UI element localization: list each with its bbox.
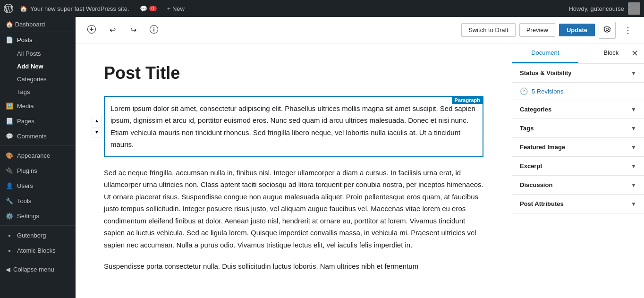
editor-toolbar: ↩ ↪ Switch to Draft Preview Update — [76, 17, 644, 43]
sidebar-item-settings[interactable]: ⚙️ Settings — [0, 208, 76, 223]
section-categories-header[interactable]: Categories ▼ — [512, 100, 644, 119]
tab-document[interactable]: Document — [512, 43, 578, 63]
block-arrows: ▲ ▼ — [92, 116, 102, 137]
editor-wrapper: ↩ ↪ Switch to Draft Preview Update — [76, 17, 644, 298]
editor-content[interactable]: Post Title Paragraph ▲ ▼ Lorem ipsum dol… — [76, 43, 512, 298]
avatar — [628, 2, 640, 15]
paragraph-badge: Paragraph — [452, 96, 483, 104]
site-name[interactable]: 🏠 Your new super fast WordPress site. — [16, 5, 133, 12]
sidebar: 🏠 Dashboard 📄 Posts All Posts Add New Ca… — [0, 17, 76, 298]
document-panel: Document Block ✕ Status & Visibility ▼ 🕐… — [512, 43, 644, 298]
sidebar-item-categories[interactable]: Categories — [0, 73, 76, 85]
sidebar-item-tags[interactable]: Tags — [0, 85, 76, 98]
section-discussion-header[interactable]: Discussion ▼ — [512, 176, 644, 194]
comments-icon: 💬 — [6, 132, 13, 140]
undo-button[interactable]: ↩ — [104, 22, 121, 39]
settings-icon: ⚙️ — [6, 212, 13, 220]
revisions-link[interactable]: 🕐 5 Revisions — [512, 83, 644, 100]
close-panel-button[interactable]: ✕ — [629, 47, 640, 60]
chevron-down-icon-4: ▼ — [631, 144, 636, 151]
settings-gear-icon — [603, 25, 611, 35]
move-up-arrow[interactable]: ▲ — [92, 116, 102, 126]
chevron-down-icon-3: ▼ — [631, 125, 636, 132]
info-icon — [150, 25, 158, 35]
sidebar-item-plugins[interactable]: 🔌 Plugins — [0, 163, 76, 178]
collapse-menu[interactable]: ◀ Collapse menu — [0, 262, 76, 277]
section-excerpt-header[interactable]: Excerpt ▼ — [512, 157, 644, 175]
wp-logo[interactable] — [4, 4, 13, 13]
sidebar-item-users[interactable]: 👤 Users — [0, 178, 76, 193]
posts-icon: 📄 — [6, 36, 13, 43]
add-block-button[interactable] — [83, 22, 100, 39]
block-text[interactable]: Lorem ipsum dolor sit amet, consectetur … — [110, 102, 477, 151]
sidebar-item-dashboard[interactable]: 🏠 Dashboard — [0, 17, 76, 32]
panel-tabs: Document Block ✕ — [512, 43, 644, 64]
collapse-icon: ◀ — [6, 266, 10, 273]
section-post-attributes: Post Attributes ▼ — [512, 195, 644, 213]
move-down-arrow[interactable]: ▼ — [92, 127, 102, 137]
chevron-down-icon-5: ▼ — [631, 163, 636, 170]
more-icon: ⋮ — [624, 25, 632, 35]
post-title[interactable]: Post Title — [104, 62, 483, 85]
sidebar-item-atomic-blocks[interactable]: ● Atomic Blocks — [0, 243, 76, 258]
main-layout: 🏠 Dashboard 📄 Posts All Posts Add New Ca… — [0, 17, 644, 298]
admin-bar: 🏠 Your new super fast WordPress site. 💬 … — [0, 0, 644, 17]
redo-icon: ↪ — [130, 26, 136, 34]
section-post-attributes-header[interactable]: Post Attributes ▼ — [512, 195, 644, 213]
section-featured-image-header[interactable]: Featured Image ▼ — [512, 138, 644, 156]
redo-button[interactable]: ↪ — [125, 22, 142, 39]
gutenberg-icon: ● — [6, 231, 13, 239]
paragraph-2[interactable]: Sed ac neque fringilla, accumsan nulla i… — [104, 167, 483, 251]
preview-button[interactable]: Preview — [519, 23, 555, 37]
posts-submenu: All Posts Add New Categories Tags — [0, 47, 76, 98]
paragraph-block[interactable]: Paragraph ▲ ▼ Lorem ipsum dolor sit amet… — [104, 96, 483, 157]
appearance-icon: 🎨 — [6, 152, 13, 159]
sidebar-item-all-posts[interactable]: All Posts — [0, 47, 76, 60]
add-icon — [87, 25, 96, 35]
section-excerpt: Excerpt ▼ — [512, 157, 644, 176]
sidebar-item-add-new[interactable]: Add New — [0, 60, 76, 73]
media-icon: 🖼️ — [6, 102, 13, 110]
sidebar-item-posts[interactable]: 📄 Posts — [0, 32, 76, 47]
more-options-button[interactable]: ⋮ — [619, 22, 636, 39]
chevron-down-icon-2: ▼ — [631, 106, 636, 113]
settings-button[interactable] — [599, 22, 616, 39]
paragraph-3[interactable]: Suspendisse porta consectetur nulla. Dui… — [104, 260, 483, 272]
chevron-down-icon: ▼ — [631, 70, 636, 77]
chevron-down-icon-6: ▼ — [631, 182, 636, 188]
section-discussion: Discussion ▼ — [512, 176, 644, 195]
chevron-down-icon-7: ▼ — [631, 201, 636, 207]
sidebar-item-comments[interactable]: 💬 Comments — [0, 128, 76, 144]
sidebar-item-appearance[interactable]: 🎨 Appearance — [0, 148, 76, 163]
svg-point-2 — [153, 27, 154, 28]
comments-link[interactable]: 💬 0 — [136, 5, 161, 12]
section-tags-header[interactable]: Tags ▼ — [512, 119, 644, 137]
info-button[interactable] — [145, 22, 162, 39]
section-featured-image: Featured Image ▼ — [512, 138, 644, 157]
undo-icon: ↩ — [110, 26, 116, 34]
editor-content-row: Post Title Paragraph ▲ ▼ Lorem ipsum dol… — [76, 43, 644, 298]
sidebar-item-pages[interactable]: 📃 Pages — [0, 113, 76, 128]
switch-to-draft-button[interactable]: Switch to Draft — [461, 23, 516, 37]
pages-icon: 📃 — [6, 117, 13, 125]
tools-icon: 🔧 — [6, 197, 13, 204]
section-status-visibility-header[interactable]: Status & Visibility ▼ — [512, 64, 644, 82]
new-menu[interactable]: + New — [163, 5, 188, 12]
toolbar-right: Switch to Draft Preview Update ⋮ — [461, 22, 636, 39]
section-categories: Categories ▼ — [512, 100, 644, 119]
clock-icon: 🕐 — [520, 87, 528, 95]
dashboard-icon: 🏠 — [6, 21, 13, 28]
users-icon: 👤 — [6, 182, 13, 189]
section-tags: Tags ▼ — [512, 119, 644, 138]
atomic-blocks-icon: ● — [6, 247, 13, 254]
update-button[interactable]: Update — [559, 24, 595, 36]
sidebar-item-media[interactable]: 🖼️ Media — [0, 98, 76, 113]
comment-icon: 💬 — [140, 5, 147, 12]
section-revisions: 🕐 5 Revisions — [512, 83, 644, 100]
section-status-visibility: Status & Visibility ▼ — [512, 64, 644, 83]
sidebar-item-gutenberg[interactable]: ● Gutenberg — [0, 228, 76, 243]
plugins-icon: 🔌 — [6, 167, 13, 174]
sidebar-item-tools[interactable]: 🔧 Tools — [0, 193, 76, 208]
house-icon: 🏠 — [20, 5, 27, 12]
user-menu[interactable]: Howdy, gutencourse — [568, 2, 640, 15]
